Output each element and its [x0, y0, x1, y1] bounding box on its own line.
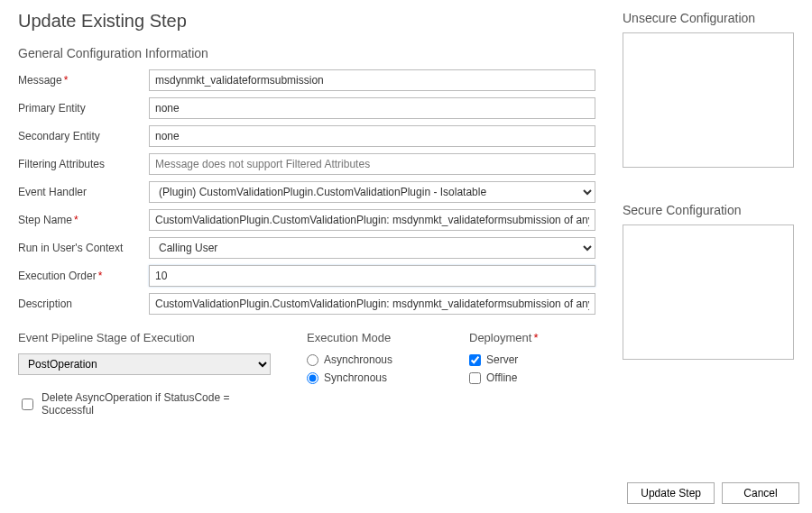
execution-order-input[interactable] [149, 265, 595, 287]
message-input[interactable] [149, 69, 595, 91]
delete-async-label: Delete AsyncOperation if StatusCode = Su… [42, 391, 271, 417]
primary-entity-label: Primary Entity [18, 102, 149, 115]
filtering-attributes-input [149, 153, 595, 175]
step-name-label: Step Name* [18, 214, 149, 226]
event-handler-select[interactable]: (Plugin) CustomValidationPlugin.CustomVa… [149, 181, 595, 203]
unsecure-config-textarea[interactable] [623, 32, 794, 168]
server-label: Server [486, 353, 518, 366]
asynchronous-radio[interactable] [307, 354, 318, 366]
asynchronous-label: Asynchronous [324, 353, 392, 366]
unsecure-config-heading: Unsecure Configuration [623, 11, 794, 25]
secure-config-textarea[interactable] [623, 224, 794, 360]
primary-entity-input[interactable] [149, 97, 595, 119]
secondary-entity-label: Secondary Entity [18, 130, 149, 142]
step-name-input[interactable] [149, 209, 595, 231]
update-step-button[interactable]: Update Step [627, 482, 715, 504]
synchronous-label: Synchronous [324, 371, 387, 384]
execution-order-label: Execution Order* [18, 270, 149, 282]
execution-mode-heading: Execution Mode [307, 331, 433, 344]
offline-checkbox[interactable] [469, 372, 481, 384]
cancel-button[interactable]: Cancel [722, 482, 799, 504]
event-handler-label: Event Handler [18, 186, 149, 198]
secondary-entity-input[interactable] [149, 125, 595, 147]
delete-async-checkbox[interactable] [22, 398, 33, 410]
message-label: Message* [18, 74, 149, 87]
general-config-heading: General Configuration Information [18, 46, 595, 60]
deployment-heading: Deployment* [469, 331, 595, 344]
page-title: Update Existing Step [18, 11, 595, 32]
secure-config-heading: Secure Configuration [623, 203, 794, 217]
server-checkbox[interactable] [469, 354, 481, 366]
run-in-context-label: Run in User's Context [18, 242, 149, 254]
offline-label: Offline [486, 371, 517, 384]
synchronous-radio[interactable] [307, 372, 318, 384]
filtering-attributes-label: Filtering Attributes [18, 158, 149, 170]
pipeline-stage-select[interactable]: PostOperation [18, 353, 271, 375]
description-label: Description [18, 298, 149, 310]
pipeline-heading: Event Pipeline Stage of Execution [18, 331, 271, 344]
run-in-context-select[interactable]: Calling User [149, 237, 595, 259]
description-input[interactable] [149, 293, 595, 315]
